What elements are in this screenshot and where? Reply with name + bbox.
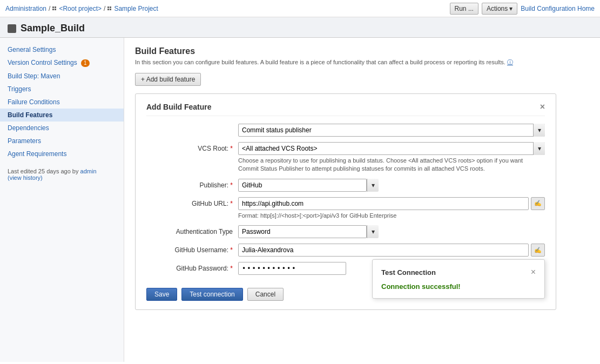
build-config-home-link[interactable]: Build Configuration Home (521, 5, 595, 12)
github-url-copy-button[interactable]: ✍ (531, 197, 545, 210)
popup-header: Test Connection × (381, 267, 536, 277)
vcs-root-label: VCS Root: * (146, 142, 233, 152)
section-desc: In this section you can configure build … (135, 58, 540, 66)
github-url-format-hint: Format: http[s]://<host>[:<port>]/api/v3… (238, 212, 545, 220)
breadcrumb-sample-project[interactable]: Sample Project (114, 5, 158, 12)
vcs-badge: 1 (81, 59, 90, 67)
breadcrumb-sep2: / (104, 5, 105, 12)
test-connection-popup: Test Connection × Connection successful! (372, 259, 545, 299)
sidebar-item-triggers[interactable]: Triggers (0, 83, 124, 96)
publisher-dropdown-arrow: ▾ (367, 179, 379, 192)
sidebar-footer: Last edited 25 days ago by admin (view h… (0, 160, 124, 188)
github-password-label: GitHub Password: * (146, 262, 233, 272)
auth-type-dropdown-arrow: ▾ (367, 225, 379, 238)
github-password-input[interactable] (238, 262, 346, 275)
feature-type-select[interactable]: Commit status publisher (238, 124, 545, 137)
actions-dropdown-icon: ▾ (509, 5, 513, 12)
page-icon (8, 24, 16, 33)
page-header: Sample_Build (0, 17, 600, 38)
github-url-required: * (230, 200, 233, 207)
publisher-required-indicator: * (230, 181, 233, 189)
password-required: * (230, 265, 233, 272)
sidebar-view-history-link[interactable]: (view history) (8, 174, 43, 181)
sidebar-item-build-features[interactable]: Build Features (0, 109, 124, 122)
publisher-row: Publisher: * GitHub ▾ (146, 179, 545, 192)
auth-type-row: Authentication Type Password ▾ (146, 225, 545, 238)
username-required: * (230, 246, 233, 254)
cancel-button[interactable]: Cancel (247, 288, 284, 301)
breadcrumb-admin[interactable]: Administration (5, 5, 46, 12)
breadcrumb-sep1: / (49, 5, 50, 12)
publisher-control: GitHub ▾ (238, 179, 545, 192)
vcs-root-help-text: Choose a repository to use for publishin… (238, 157, 545, 173)
vcs-root-select[interactable]: <All attached VCS Roots> (238, 142, 545, 155)
main-layout: General Settings Version Control Setting… (0, 38, 600, 362)
feature-type-row: Commit status publisher ▾ (146, 124, 545, 137)
breadcrumb: Administration / <Root project> / Sample… (5, 5, 158, 12)
section-title: Build Features (135, 46, 589, 56)
github-url-control: https://api.github.com ✍ Format: http[s]… (238, 197, 545, 220)
sidebar-item-agent-req[interactable]: Agent Requirements (0, 147, 124, 160)
sidebar-item-general-settings[interactable]: General Settings (0, 43, 124, 56)
connection-success-message: Connection successful! (381, 282, 536, 291)
sidebar-item-build-step[interactable]: Build Step: Maven (0, 70, 124, 83)
run-button[interactable]: Run ... (450, 3, 478, 15)
sidebar-item-dependencies[interactable]: Dependencies (0, 122, 124, 134)
save-button[interactable]: Save (146, 288, 177, 301)
panel-close-button[interactable]: × (540, 103, 545, 111)
add-build-feature-button[interactable]: + Add build feature (135, 73, 201, 86)
top-bar: Administration / <Root project> / Sample… (0, 0, 600, 17)
sidebar-item-vcs[interactable]: Version Control Settings 1 (0, 56, 124, 70)
root-project-grid-icon (52, 6, 57, 10)
top-actions: Run ... Actions ▾ Build Configuration Ho… (450, 3, 595, 15)
sidebar-item-parameters[interactable]: Parameters (0, 134, 124, 147)
publisher-label: Publisher: * (146, 179, 233, 189)
vcs-root-row: VCS Root: * <All attached VCS Roots> ▾ C… (146, 142, 545, 173)
sidebar-admin-link[interactable]: admin (80, 168, 97, 174)
github-username-input[interactable] (238, 244, 529, 257)
vcs-root-control: <All attached VCS Roots> ▾ Choose a repo… (238, 142, 545, 173)
github-username-copy-button[interactable]: ✍ (531, 244, 545, 257)
popup-close-button[interactable]: × (531, 267, 536, 277)
breadcrumb-root-project[interactable]: <Root project> (59, 5, 102, 12)
github-url-row: GitHub URL: * https://api.github.com ✍ F… (146, 197, 545, 220)
content-area: Build Features In this section you can c… (124, 38, 600, 362)
feature-type-control: Commit status publisher ▾ (238, 124, 545, 137)
github-username-control: ✍ (238, 244, 545, 257)
page-title: Sample_Build (21, 23, 85, 34)
github-url-input[interactable]: https://api.github.com (238, 197, 529, 210)
auth-type-control: Password ▾ (238, 225, 545, 238)
auth-type-label: Authentication Type (146, 225, 233, 235)
test-connection-button[interactable]: Test connection (181, 288, 242, 301)
feature-type-label (146, 124, 233, 126)
publisher-select[interactable]: GitHub (238, 179, 367, 192)
github-username-row: GitHub Username: * ✍ (146, 244, 545, 257)
actions-button[interactable]: Actions ▾ (482, 3, 517, 15)
popup-title: Test Connection (381, 268, 436, 277)
sidebar-item-failure[interactable]: Failure Conditions (0, 96, 124, 109)
panel-title: Add Build Feature × (146, 103, 545, 116)
github-username-label: GitHub Username: * (146, 244, 233, 254)
sidebar: General Settings Version Control Setting… (0, 38, 124, 362)
auth-type-select[interactable]: Password (238, 225, 367, 238)
add-build-feature-panel: Add Build Feature × Commit status publis… (135, 93, 556, 310)
sample-project-grid-icon (107, 6, 112, 10)
vcs-required-indicator: * (230, 145, 233, 152)
github-url-label: GitHub URL: * (146, 197, 233, 207)
section-help-link[interactable]: ⓘ (507, 59, 513, 65)
